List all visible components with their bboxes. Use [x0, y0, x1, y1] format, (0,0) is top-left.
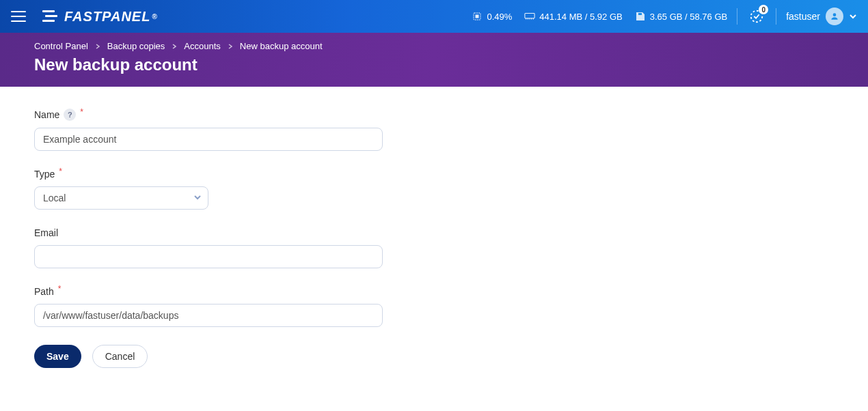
svg-rect-4: [476, 15, 478, 18]
type-select[interactable]: [34, 186, 208, 210]
required-mark: *: [80, 107, 83, 117]
ram-icon: [524, 11, 535, 22]
chevron-right-icon: [172, 41, 177, 51]
form-group-path: Path *: [34, 286, 834, 327]
user-icon: [830, 12, 839, 21]
divider: [776, 8, 776, 25]
required-mark: *: [59, 167, 62, 176]
help-icon[interactable]: ?: [64, 109, 76, 121]
disk-value: 3.65 GB / 58.76 GB: [650, 12, 727, 22]
svg-rect-2: [42, 20, 55, 22]
email-label: Email: [34, 227, 58, 238]
required-mark: *: [58, 284, 62, 294]
disk-stat: 3.65 GB / 58.76 GB: [635, 11, 727, 22]
topbar: FASTPANEL ® 0.49% 441.14 MB / 5.92 GB 3.…: [0, 0, 868, 33]
name-input[interactable]: [34, 128, 383, 151]
chevron-right-icon: [228, 41, 233, 51]
breadcrumb-item[interactable]: Control Panel: [34, 41, 88, 51]
svg-rect-5: [525, 14, 534, 18]
ram-value: 441.14 MB / 5.92 GB: [539, 12, 622, 22]
form-container: Name ? * Type * Email Path * Save: [0, 87, 868, 390]
cancel-button[interactable]: Cancel: [92, 345, 148, 368]
form-group-email: Email: [34, 227, 834, 268]
svg-rect-1: [45, 15, 57, 17]
email-input[interactable]: [34, 245, 383, 268]
ram-stat: 441.14 MB / 5.92 GB: [524, 11, 622, 22]
user-menu[interactable]: fastuser: [786, 8, 857, 25]
breadcrumb-item[interactable]: Accounts: [184, 41, 220, 51]
menu-icon[interactable]: [11, 11, 26, 22]
path-label: Path: [34, 286, 54, 297]
notif-badge: 0: [759, 5, 768, 14]
form-group-name: Name ? *: [34, 109, 834, 151]
notifications-button[interactable]: 0: [747, 7, 766, 26]
username: fastuser: [786, 11, 820, 22]
path-input[interactable]: [34, 304, 383, 327]
type-label: Type: [34, 169, 55, 180]
svg-point-12: [833, 13, 837, 16]
brand-reg-icon: ®: [152, 13, 157, 20]
brand-logo[interactable]: FASTPANEL ®: [42, 9, 158, 25]
chevron-down-icon: [849, 12, 857, 20]
disk-icon: [635, 11, 646, 22]
divider: [737, 8, 737, 25]
chevron-right-icon: [95, 41, 100, 51]
cpu-stat: 0.49%: [472, 11, 512, 22]
cpu-value: 0.49%: [487, 12, 512, 22]
system-stats: 0.49% 441.14 MB / 5.92 GB 3.65 GB / 58.7…: [472, 11, 727, 22]
brand-mark-icon: [42, 10, 60, 23]
breadcrumb-item-current: New backup account: [240, 41, 323, 51]
cpu-icon: [472, 11, 483, 22]
form-actions: Save Cancel: [34, 345, 834, 368]
breadcrumb-item[interactable]: Backup copies: [107, 41, 165, 51]
page-title: New backup account: [34, 55, 834, 74]
name-label: Name: [34, 109, 59, 120]
page-header: Control Panel Backup copies Accounts New…: [0, 33, 868, 87]
form-group-type: Type *: [34, 169, 834, 210]
svg-rect-11: [638, 13, 642, 15]
save-button[interactable]: Save: [34, 345, 81, 368]
avatar: [826, 8, 843, 25]
breadcrumb: Control Panel Backup copies Accounts New…: [34, 41, 834, 51]
svg-rect-0: [42, 10, 55, 12]
brand-text: FASTPANEL: [64, 9, 150, 25]
